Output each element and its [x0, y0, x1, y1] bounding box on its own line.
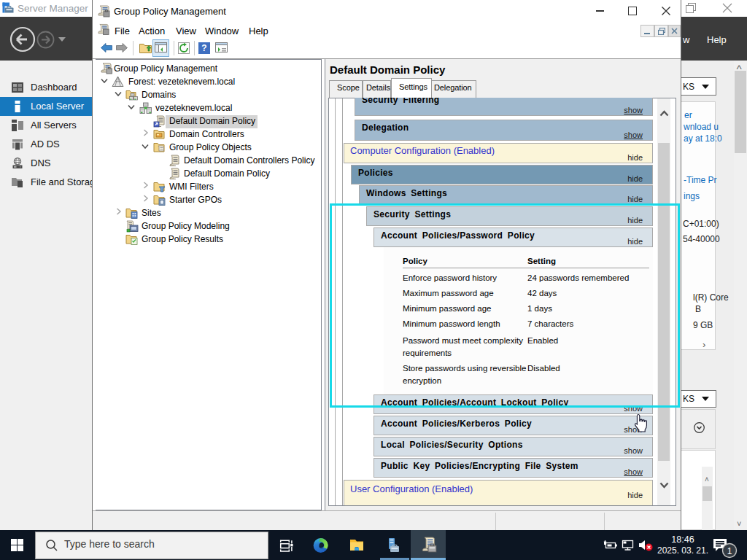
svg-text:1: 1: [727, 546, 732, 556]
